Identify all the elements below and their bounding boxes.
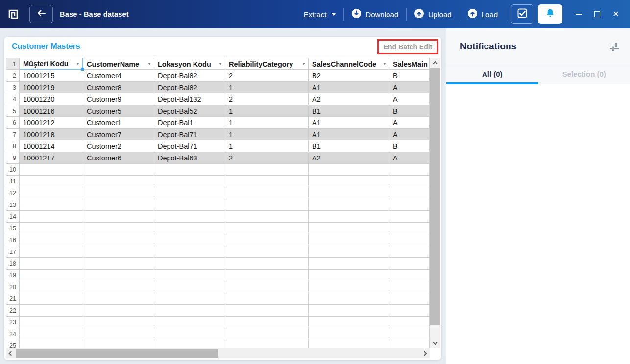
table-cell[interactable] bbox=[154, 340, 225, 348]
table-cell[interactable] bbox=[389, 176, 430, 187]
table-cell[interactable] bbox=[309, 234, 389, 246]
table-cell[interactable]: A bbox=[389, 152, 430, 164]
close-button[interactable]: ✕ bbox=[606, 4, 625, 24]
table-cell[interactable] bbox=[225, 211, 309, 223]
table-cell[interactable] bbox=[389, 246, 430, 258]
table-cell[interactable] bbox=[83, 340, 154, 348]
table-cell[interactable] bbox=[154, 234, 225, 246]
table-cell[interactable]: Depot-Bal132 bbox=[154, 93, 225, 105]
table-cell[interactable] bbox=[225, 164, 309, 176]
table-cell[interactable] bbox=[83, 223, 154, 234]
vertical-scrollbar[interactable] bbox=[430, 58, 440, 348]
row-number[interactable]: 12 bbox=[6, 187, 20, 199]
tab-selection[interactable]: Selection (0) bbox=[538, 64, 630, 84]
table-cell[interactable]: 2 bbox=[225, 93, 309, 105]
table-cell[interactable] bbox=[20, 258, 83, 270]
table-cell[interactable] bbox=[389, 328, 430, 340]
table-cell[interactable] bbox=[225, 223, 309, 234]
scroll-left-arrow[interactable] bbox=[6, 348, 15, 358]
table-cell[interactable]: Customer2 bbox=[83, 140, 154, 152]
table-cell[interactable] bbox=[389, 199, 430, 211]
table-cell[interactable] bbox=[309, 328, 389, 340]
table-cell[interactable] bbox=[154, 270, 225, 281]
table-cell[interactable] bbox=[83, 187, 154, 199]
row-number[interactable]: 22 bbox=[6, 305, 20, 317]
table-cell[interactable] bbox=[309, 317, 389, 328]
table-cell[interactable]: Customer6 bbox=[83, 152, 154, 164]
tasks-button[interactable] bbox=[511, 4, 533, 24]
table-cell[interactable] bbox=[20, 164, 83, 176]
table-cell[interactable] bbox=[83, 305, 154, 317]
table-cell[interactable]: 10001215 bbox=[20, 70, 83, 82]
table-cell[interactable]: 10001220 bbox=[20, 93, 83, 105]
table-cell[interactable]: A2 bbox=[309, 93, 389, 105]
row-number[interactable]: 17 bbox=[6, 246, 20, 258]
table-cell[interactable] bbox=[83, 234, 154, 246]
row-number[interactable]: 18 bbox=[6, 258, 20, 270]
table-cell[interactable] bbox=[225, 293, 309, 305]
table-cell[interactable] bbox=[20, 340, 83, 348]
column-header[interactable]: SalesMain bbox=[389, 58, 430, 70]
row-number[interactable]: 9 bbox=[6, 152, 20, 164]
row-number[interactable]: 13 bbox=[6, 199, 20, 211]
table-cell[interactable] bbox=[225, 317, 309, 328]
minimize-button[interactable] bbox=[569, 4, 588, 24]
table-cell[interactable] bbox=[389, 234, 430, 246]
table-cell[interactable]: Customer9 bbox=[83, 93, 154, 105]
row-number[interactable]: 4 bbox=[6, 93, 20, 105]
table-cell[interactable] bbox=[309, 270, 389, 281]
row-number[interactable]: 20 bbox=[6, 281, 20, 293]
table-cell[interactable]: 10001216 bbox=[20, 105, 83, 117]
table-cell[interactable]: Depot-Bal82 bbox=[154, 82, 225, 93]
row-number[interactable]: 10 bbox=[6, 164, 20, 176]
table-cell[interactable] bbox=[309, 211, 389, 223]
table-cell[interactable] bbox=[20, 199, 83, 211]
table-cell[interactable] bbox=[309, 293, 389, 305]
filter-dropdown-icon[interactable]: ▼ bbox=[147, 62, 154, 66]
table-cell[interactable] bbox=[309, 176, 389, 187]
selection-fill-handle[interactable] bbox=[81, 68, 84, 71]
filter-dropdown-icon[interactable]: ▼ bbox=[383, 62, 389, 66]
extract-button[interactable]: Extract bbox=[296, 5, 344, 23]
horizontal-scrollbar-thumb[interactable] bbox=[16, 349, 218, 358]
column-header[interactable]: ReliabilityCategory▼ bbox=[225, 58, 309, 70]
table-cell[interactable] bbox=[389, 258, 430, 270]
table-cell[interactable] bbox=[309, 187, 389, 199]
table-cell[interactable] bbox=[154, 164, 225, 176]
table-cell[interactable] bbox=[389, 211, 430, 223]
column-header[interactable]: Lokasyon Kodu▼ bbox=[154, 58, 225, 70]
table-cell[interactable]: A2 bbox=[309, 152, 389, 164]
table-cell[interactable] bbox=[154, 293, 225, 305]
table-cell[interactable] bbox=[309, 164, 389, 176]
table-cell[interactable] bbox=[20, 281, 83, 293]
row-number[interactable]: 5 bbox=[6, 105, 20, 117]
table-cell[interactable] bbox=[83, 246, 154, 258]
table-cell[interactable] bbox=[83, 293, 154, 305]
table-cell[interactable] bbox=[225, 176, 309, 187]
table-cell[interactable] bbox=[83, 281, 154, 293]
column-header[interactable]: SalesChannelCode▼ bbox=[309, 58, 389, 70]
table-cell[interactable]: Depot-Bal63 bbox=[154, 152, 225, 164]
table-cell[interactable] bbox=[225, 199, 309, 211]
table-cell[interactable]: 1 bbox=[225, 105, 309, 117]
table-cell[interactable]: 10001218 bbox=[20, 129, 83, 140]
row-number[interactable]: 14 bbox=[6, 211, 20, 223]
table-cell[interactable] bbox=[154, 281, 225, 293]
table-cell[interactable] bbox=[309, 223, 389, 234]
row-number[interactable]: 19 bbox=[6, 270, 20, 281]
row-number[interactable]: 8 bbox=[6, 140, 20, 152]
table-cell[interactable]: Depot-Bal71 bbox=[154, 140, 225, 152]
row-number[interactable]: 23 bbox=[6, 317, 20, 328]
table-cell[interactable] bbox=[389, 317, 430, 328]
table-cell[interactable] bbox=[225, 187, 309, 199]
table-cell[interactable] bbox=[389, 305, 430, 317]
table-cell[interactable]: 10001219 bbox=[20, 82, 83, 93]
table-cell[interactable]: B1 bbox=[309, 140, 389, 152]
table-cell[interactable] bbox=[389, 293, 430, 305]
table-cell[interactable] bbox=[389, 281, 430, 293]
table-cell[interactable]: Depot-Bal71 bbox=[154, 129, 225, 140]
table-cell[interactable] bbox=[20, 328, 83, 340]
table-cell[interactable] bbox=[154, 176, 225, 187]
row-number[interactable]: 7 bbox=[6, 129, 20, 140]
table-cell[interactable] bbox=[83, 164, 154, 176]
